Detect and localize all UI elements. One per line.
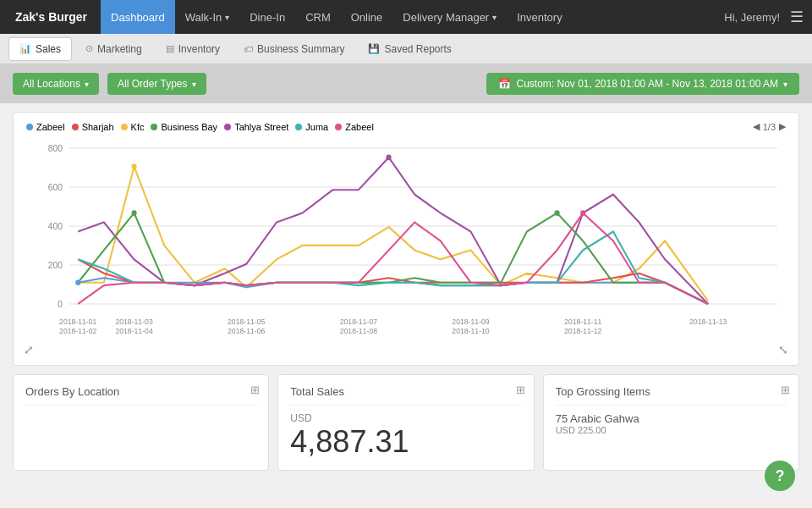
nav-right: Hi, Jeremy! ☰ bbox=[724, 8, 804, 26]
svg-text:2018-11-09: 2018-11-09 bbox=[452, 318, 489, 326]
legend-kfc: Kfc bbox=[121, 122, 145, 132]
marketing-icon: ⊙ bbox=[85, 43, 93, 54]
top-grossing-items-card: Top Grossing Items ⊞ 75 Arabic Gahwa USD… bbox=[543, 374, 799, 471]
chart-icon: 📊 bbox=[19, 43, 31, 54]
svg-text:2018-11-11: 2018-11-11 bbox=[564, 318, 601, 326]
svg-point-28 bbox=[580, 210, 585, 216]
svg-point-23 bbox=[75, 279, 80, 285]
calendar-icon: 📅 bbox=[498, 78, 511, 90]
hamburger-icon[interactable]: ☰ bbox=[790, 8, 804, 26]
legend-sharjah: Sharjah bbox=[72, 122, 114, 132]
top-item-value: USD 225.00 bbox=[556, 425, 787, 435]
top-item-name: 75 Arabic Gahwa bbox=[556, 412, 787, 425]
prev-page-icon[interactable]: ◀ bbox=[753, 121, 760, 132]
svg-text:2018-11-06: 2018-11-06 bbox=[228, 327, 265, 334]
chart-legend: Zabeel Sharjah Kfc Business Bay Tahlya S… bbox=[26, 121, 786, 132]
svg-text:2018-11-13: 2018-11-13 bbox=[689, 318, 727, 326]
svg-text:2018-11-02: 2018-11-02 bbox=[59, 327, 96, 334]
svg-point-24 bbox=[131, 164, 136, 170]
svg-text:200: 200 bbox=[48, 260, 63, 270]
filter-bar: All Locations ▾ All Order Types ▾ 📅 Cust… bbox=[0, 64, 812, 103]
subnav-item-business-summary[interactable]: 🏷 Business Summary bbox=[233, 37, 354, 61]
sales-chart-container: Zabeel Sharjah Kfc Business Bay Tahlya S… bbox=[13, 112, 799, 366]
svg-text:2018-11-05: 2018-11-05 bbox=[228, 318, 265, 326]
nav-item-dinein[interactable]: Dine-In bbox=[239, 0, 295, 34]
order-type-filter-button[interactable]: All Order Types ▾ bbox=[107, 73, 206, 95]
svg-text:2018-11-12: 2018-11-12 bbox=[564, 327, 601, 334]
svg-text:800: 800 bbox=[48, 143, 63, 153]
expand-icon[interactable]: ⊞ bbox=[781, 384, 790, 396]
orders-by-location-card: Orders By Location ⊞ bbox=[13, 374, 269, 471]
svg-text:2018-11-08: 2018-11-08 bbox=[340, 327, 377, 334]
help-button[interactable]: ? bbox=[765, 461, 795, 491]
legend-zabeel1: Zabeel bbox=[26, 122, 65, 132]
legend-tahlya: Tahlya Street bbox=[224, 122, 288, 132]
nav-item-inventory[interactable]: Inventory bbox=[507, 0, 572, 34]
cards-row: Orders By Location ⊞ Total Sales ⊞ USD 4… bbox=[0, 374, 812, 471]
legend-color bbox=[151, 124, 157, 130]
svg-point-27 bbox=[555, 210, 560, 216]
legend-juma: Juma bbox=[295, 122, 328, 132]
svg-point-25 bbox=[387, 155, 392, 161]
save-icon: 💾 bbox=[368, 43, 380, 54]
svg-text:2018-11-10: 2018-11-10 bbox=[452, 327, 489, 334]
expand-icon[interactable]: ⤡ bbox=[778, 343, 788, 356]
line-chart: 800 600 400 200 0 2018-11-01 2018-11-02 … bbox=[26, 139, 786, 334]
total-sales-card: Total Sales ⊞ USD 4,887.31 bbox=[277, 374, 534, 471]
chevron-down-icon: ▾ bbox=[492, 13, 497, 22]
card-title: Orders By Location bbox=[25, 385, 256, 406]
legend-color bbox=[224, 124, 231, 130]
svg-text:0: 0 bbox=[58, 299, 63, 309]
legend-color bbox=[72, 124, 79, 130]
expand-icon[interactable]: ⊞ bbox=[516, 384, 525, 396]
total-sales-value: 4,887.31 bbox=[290, 424, 521, 460]
chevron-down-icon: ▾ bbox=[225, 13, 229, 22]
next-page-icon[interactable]: ▶ bbox=[779, 121, 786, 132]
svg-text:2018-11-04: 2018-11-04 bbox=[115, 327, 152, 334]
subnav-item-saved-reports[interactable]: 💾 Saved Reports bbox=[358, 37, 461, 61]
expand-icon[interactable]: ⤢ bbox=[24, 343, 34, 356]
nav-item-online[interactable]: Online bbox=[341, 0, 393, 34]
expand-icon[interactable]: ⊞ bbox=[250, 384, 260, 396]
legend-zabeel2: Zabeel bbox=[335, 122, 374, 132]
subnav-item-marketing[interactable]: ⊙ Marketing bbox=[75, 37, 152, 61]
legend-color bbox=[295, 124, 302, 130]
legend-color bbox=[121, 124, 128, 130]
legend-color bbox=[335, 124, 342, 130]
nav-item-walkin[interactable]: Walk-In ▾ bbox=[175, 0, 240, 34]
svg-text:600: 600 bbox=[48, 182, 63, 192]
greeting-text: Hi, Jeremy! bbox=[724, 11, 780, 24]
card-title: Top Grossing Items bbox=[556, 385, 787, 406]
svg-text:2018-11-07: 2018-11-07 bbox=[340, 318, 377, 326]
chevron-down-icon: ▾ bbox=[85, 80, 89, 89]
sub-navigation: 📊 Sales ⊙ Marketing ▤ Inventory 🏷 Busine… bbox=[0, 34, 812, 64]
svg-text:400: 400 bbox=[48, 221, 63, 231]
currency-label: USD bbox=[290, 412, 521, 424]
svg-text:2018-11-03: 2018-11-03 bbox=[115, 318, 152, 326]
date-range-button[interactable]: 📅 Custom: Nov 01, 2018 01:00 AM - Nov 13… bbox=[486, 73, 799, 95]
svg-text:2018-11-01: 2018-11-01 bbox=[59, 318, 96, 326]
nav-item-crm[interactable]: CRM bbox=[295, 0, 341, 34]
subnav-item-sales[interactable]: 📊 Sales bbox=[8, 37, 72, 61]
nav-item-dashboard[interactable]: Dashboard bbox=[101, 0, 175, 34]
legend-color bbox=[26, 124, 33, 130]
svg-point-26 bbox=[131, 210, 136, 216]
card-title: Total Sales bbox=[290, 385, 521, 406]
nav-item-delivery[interactable]: Delivery Manager ▾ bbox=[392, 0, 507, 34]
legend-business-bay: Business Bay bbox=[151, 122, 217, 132]
tag-icon: 🏷 bbox=[244, 44, 253, 54]
chart-pagination: ◀ 1/3 ▶ bbox=[753, 121, 786, 132]
subnav-item-inventory[interactable]: ▤ Inventory bbox=[156, 37, 230, 61]
location-filter-button[interactable]: All Locations ▾ bbox=[13, 73, 99, 95]
inventory-icon: ▤ bbox=[166, 43, 174, 54]
top-navigation: Zak's Burger Dashboard Walk-In ▾ Dine-In… bbox=[0, 0, 812, 34]
chevron-down-icon: ▾ bbox=[192, 80, 196, 89]
brand-logo[interactable]: Zak's Burger bbox=[8, 10, 94, 24]
chevron-down-icon: ▾ bbox=[783, 80, 787, 89]
